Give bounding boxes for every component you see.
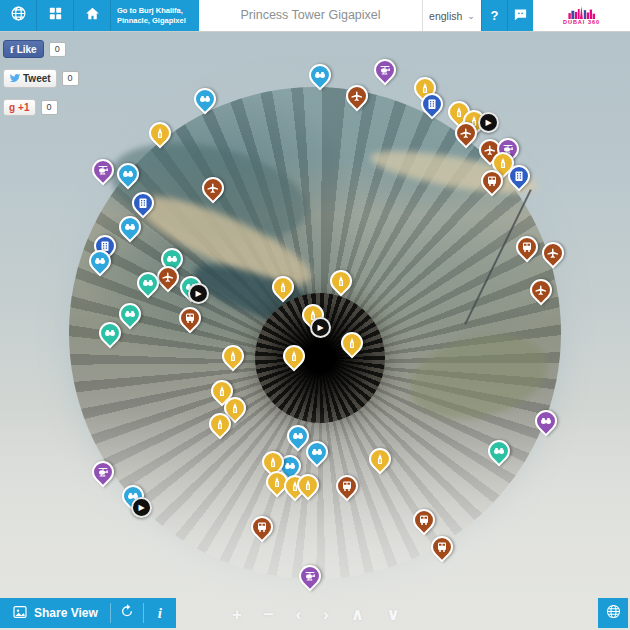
help-button[interactable]: ? <box>481 0 507 31</box>
binoculars-icon <box>101 324 119 342</box>
fullscreen-globe-button[interactable] <box>598 598 628 628</box>
grid-icon <box>47 5 64 26</box>
bus-icon <box>483 172 501 190</box>
like-count: 0 <box>49 42 66 57</box>
tweet-button[interactable]: Tweet <box>3 69 57 88</box>
play-video-button[interactable]: ▶ <box>131 497 152 518</box>
bus-icon <box>253 518 271 536</box>
map-pin-bus[interactable] <box>408 504 439 535</box>
hotspot-pin-layer: ▶▶▶▶ <box>0 0 630 630</box>
bus-icon <box>181 309 199 327</box>
language-value: english <box>429 10 462 22</box>
map-pin-plane[interactable] <box>537 237 568 268</box>
map-pin-plane[interactable] <box>525 274 556 305</box>
binoculars-icon <box>311 66 329 84</box>
info-button[interactable]: i <box>144 598 176 628</box>
map-pin-tower[interactable] <box>217 340 248 371</box>
pan-down-button[interactable]: ∨ <box>386 605 400 625</box>
goto-burj-khalifa-button[interactable]: Go to Burj Khalifa, Pinnacle, Gigapixel <box>111 0 199 31</box>
binoculars-icon <box>119 165 137 183</box>
map-pin-binoculars[interactable] <box>304 59 335 90</box>
share-view-label: Share View <box>34 606 98 620</box>
map-pin-bus[interactable] <box>511 231 542 262</box>
map-pin-helicopter[interactable] <box>87 154 118 185</box>
binoculars-icon <box>537 412 555 430</box>
gplus-plusone-label: +1 <box>18 102 29 113</box>
pan-up-button[interactable]: ∧ <box>351 605 365 625</box>
map-pin-tower[interactable] <box>278 340 309 371</box>
facebook-icon: f <box>10 43 14 55</box>
bus-icon <box>433 538 451 556</box>
zoom-out-button[interactable]: − <box>264 605 274 625</box>
dubai360-logo[interactable]: DUBAI 360 <box>533 0 630 31</box>
tweet-count: 0 <box>62 71 79 86</box>
gplus-row: g +1 0 <box>3 99 79 116</box>
map-pin-binoculars[interactable] <box>112 158 143 189</box>
share-view-button[interactable]: Share View <box>0 598 110 628</box>
feedback-button[interactable] <box>507 0 533 31</box>
snapshot-icon <box>12 604 28 623</box>
gallery-button[interactable] <box>37 0 74 31</box>
tower-icon <box>211 415 229 433</box>
dubai-skyline-icon <box>562 6 602 19</box>
map-pin-binoculars[interactable] <box>483 435 514 466</box>
map-pin-tower[interactable] <box>364 443 395 474</box>
hotel-icon <box>423 95 441 113</box>
helicopter-icon <box>94 161 112 179</box>
world-map-button[interactable] <box>0 0 37 31</box>
home-button[interactable] <box>74 0 111 31</box>
tower-icon <box>371 450 389 468</box>
binoculars-icon <box>308 443 326 461</box>
gplus-one-button[interactable]: g +1 <box>3 99 36 116</box>
tower-icon <box>299 476 317 494</box>
facebook-like-button[interactable]: f Like <box>3 40 44 58</box>
twitter-bird-icon <box>9 72 20 85</box>
map-pin-tower[interactable] <box>336 327 367 358</box>
social-share-column: f Like 0 Tweet 0 g +1 0 <box>3 40 79 127</box>
binoculars-icon <box>139 274 157 292</box>
globe-icon <box>10 5 27 26</box>
bus-icon <box>415 511 433 529</box>
play-video-button[interactable]: ▶ <box>188 283 209 304</box>
home-icon <box>84 5 101 26</box>
map-pin-helicopter[interactable] <box>294 560 325 591</box>
helicopter-icon <box>94 463 112 481</box>
pan-left-button[interactable]: ‹ <box>296 605 302 625</box>
map-pin-bus[interactable] <box>331 470 362 501</box>
map-pin-helicopter[interactable] <box>87 456 118 487</box>
plane-icon <box>159 268 177 286</box>
refresh-icon <box>119 603 135 623</box>
map-pin-tower[interactable] <box>325 265 356 296</box>
tower-icon <box>264 453 282 471</box>
map-pin-binoculars[interactable] <box>530 405 561 436</box>
map-pin-bus[interactable] <box>246 511 277 542</box>
toolbar-left-group: Go to Burj Khalifa, Pinnacle, Gigapixel <box>0 0 199 31</box>
map-pin-bus[interactable] <box>426 531 457 562</box>
gplus-count: 0 <box>41 100 58 115</box>
map-pin-binoculars[interactable] <box>189 83 220 114</box>
map-pin-plane[interactable] <box>197 172 228 203</box>
binoculars-icon <box>91 252 109 270</box>
map-pin-binoculars[interactable] <box>114 298 145 329</box>
map-pin-tower[interactable] <box>267 271 298 302</box>
tweet-row: Tweet 0 <box>3 69 79 88</box>
helicopter-icon <box>376 61 394 79</box>
toolbar-right-group: english ⌄ ? <box>422 0 630 31</box>
tower-icon <box>343 334 361 352</box>
map-pin-hotel[interactable] <box>127 187 158 218</box>
tower-icon <box>151 124 169 142</box>
pan-right-button[interactable]: › <box>323 605 329 625</box>
play-video-button[interactable]: ▶ <box>310 317 331 338</box>
tower-icon <box>213 382 231 400</box>
language-select[interactable]: english ⌄ <box>422 0 481 31</box>
zoom-in-button[interactable]: + <box>232 605 242 625</box>
page-title: Princess Tower Gigapixel <box>199 0 422 31</box>
binoculars-icon <box>121 218 139 236</box>
map-pin-plane[interactable] <box>341 80 372 111</box>
map-pin-tower[interactable] <box>144 117 175 148</box>
map-pin-helicopter[interactable] <box>369 54 400 85</box>
reset-view-button[interactable] <box>111 598 143 628</box>
top-toolbar: Go to Burj Khalifa, Pinnacle, Gigapixel … <box>0 0 630 32</box>
map-pin-bus[interactable] <box>174 302 205 333</box>
play-video-button[interactable]: ▶ <box>478 112 499 133</box>
